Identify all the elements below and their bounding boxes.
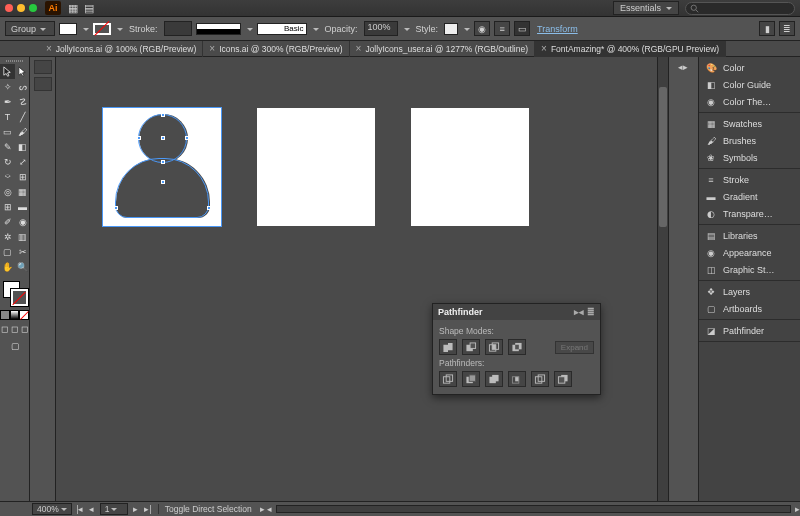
column-graph-tool[interactable]: ▥ (15, 229, 30, 244)
panel-color[interactable]: 🎨Color (699, 59, 800, 76)
canvas[interactable] (56, 57, 657, 501)
minus-front-button[interactable] (462, 339, 480, 355)
opacity-input[interactable]: 100% (364, 21, 398, 36)
stroke-color[interactable] (11, 289, 28, 306)
curvature-tool[interactable]: ☡ (15, 94, 30, 109)
panel-menu2-button[interactable]: ≣ (779, 21, 795, 36)
align-button[interactable]: ≡ (494, 21, 510, 36)
zoom-level[interactable]: 400% (32, 503, 72, 515)
screen-mode[interactable]: ▢ (0, 338, 30, 353)
fill-swatch[interactable] (59, 23, 77, 35)
dock-stub[interactable] (34, 60, 52, 74)
width-tool[interactable]: ⌔ (0, 169, 15, 184)
selection-type[interactable]: Group (5, 21, 55, 36)
panel-grip[interactable] (0, 57, 29, 64)
bridge-icon[interactable]: ▦ (65, 1, 81, 15)
exclude-button[interactable] (508, 339, 526, 355)
document-tab[interactable]: ×JollyIcons.ai @ 100% (RGB/Preview) (40, 41, 203, 57)
slice-tool[interactable]: ✂ (15, 244, 30, 259)
selection-tool[interactable] (0, 64, 15, 79)
stocks-icon[interactable]: ▤ (81, 1, 97, 15)
minus-back-button[interactable] (554, 371, 572, 387)
divide-button[interactable] (439, 371, 457, 387)
scroll-thumb[interactable] (659, 87, 667, 227)
dock-stub[interactable] (34, 77, 52, 91)
panel-graphic-styles[interactable]: ◫Graphic St… (699, 261, 800, 278)
panel-layers[interactable]: ❖Layers (699, 283, 800, 300)
panel-swatches[interactable]: ▦Swatches (699, 115, 800, 132)
draw-behind[interactable]: ◻ (10, 323, 20, 335)
draw-inside[interactable]: ◻ (19, 323, 29, 335)
minimize-window[interactable] (17, 4, 25, 12)
horizontal-scrollbar[interactable] (276, 505, 791, 513)
panel-stroke[interactable]: ≡Stroke (699, 171, 800, 188)
pathfinder-panel[interactable]: Pathfinder ▸◂≣ Shape Modes: Expand Pathf… (432, 303, 601, 395)
first-artboard[interactable]: |◂ (74, 503, 86, 515)
paintbrush-tool[interactable]: 🖌 (15, 124, 30, 139)
document-tab-active[interactable]: ×FontAmazing* @ 400% (RGB/GPU Preview) (535, 41, 726, 57)
hand-tool[interactable]: ✋ (0, 259, 15, 274)
transform-link[interactable]: Transform (537, 24, 578, 34)
direct-selection-tool[interactable] (15, 64, 30, 79)
panel-menu-button[interactable]: ▮ (759, 21, 775, 36)
blend-tool[interactable]: ◉ (15, 214, 30, 229)
color-mode-none[interactable] (19, 310, 29, 320)
collapse-icon[interactable]: ▸◂ (574, 307, 584, 317)
free-transform-tool[interactable]: ⊞ (15, 169, 30, 184)
close-icon[interactable]: × (46, 43, 52, 54)
intersect-button[interactable] (485, 339, 503, 355)
brush-definition[interactable] (257, 23, 307, 35)
artboard-number[interactable]: 1 (100, 503, 128, 515)
eyedropper-tool[interactable]: ✐ (0, 214, 15, 229)
rotate-tool[interactable]: ↻ (0, 154, 15, 169)
variable-width-profile[interactable] (196, 23, 241, 35)
document-tab[interactable]: ×JollyIcons_user.ai @ 1277% (RGB/Outline… (350, 41, 536, 57)
menu-icon[interactable]: ≣ (587, 307, 595, 317)
vertical-scrollbar[interactable] (657, 57, 668, 501)
draw-normal[interactable]: ◻ (0, 323, 10, 335)
scale-tool[interactable]: ⤢ (15, 154, 30, 169)
zoom-window[interactable] (29, 4, 37, 12)
close-icon[interactable]: × (356, 43, 362, 54)
gradient-tool[interactable]: ▬ (15, 199, 30, 214)
stroke-weight-input[interactable] (164, 21, 192, 36)
eraser-tool[interactable]: ◧ (15, 139, 30, 154)
pen-tool[interactable]: ✒ (0, 94, 15, 109)
artboard-tool[interactable]: ▢ (0, 244, 15, 259)
rectangle-tool[interactable]: ▭ (0, 124, 15, 139)
panel-color-themes[interactable]: ◉Color The… (699, 93, 800, 110)
expand-panels-icon[interactable]: ◂▸ (678, 62, 690, 72)
search-input[interactable] (685, 2, 795, 15)
next-artboard[interactable]: ▸ (130, 503, 142, 515)
fill-stroke-control[interactable] (0, 278, 30, 308)
mesh-tool[interactable]: ⊞ (0, 199, 15, 214)
document-tab[interactable]: ×Icons.ai @ 300% (RGB/Preview) (203, 41, 349, 57)
panel-transparency[interactable]: ◐Transpare… (699, 205, 800, 222)
merge-button[interactable] (485, 371, 503, 387)
panel-artboards[interactable]: ▢Artboards (699, 300, 800, 317)
outline-button[interactable] (531, 371, 549, 387)
unite-button[interactable] (439, 339, 457, 355)
color-mode-gradient[interactable] (10, 310, 20, 320)
line-segment-tool[interactable]: ╱ (15, 109, 30, 124)
stroke-swatch[interactable] (93, 23, 111, 35)
close-window[interactable] (5, 4, 13, 12)
pathfinder-titlebar[interactable]: Pathfinder ▸◂≣ (433, 304, 600, 320)
symbol-sprayer-tool[interactable]: ✲ (0, 229, 15, 244)
type-tool[interactable]: T (0, 109, 15, 124)
recolor-button[interactable]: ◉ (474, 21, 490, 36)
pencil-tool[interactable]: ✎ (0, 139, 15, 154)
color-mode-normal[interactable] (0, 310, 10, 320)
close-icon[interactable]: × (541, 43, 547, 54)
perspective-grid-tool[interactable]: ▦ (15, 184, 30, 199)
shape-builder-tool[interactable]: ◎ (0, 184, 15, 199)
lasso-tool[interactable]: ᔕ (15, 79, 30, 94)
panel-color-guide[interactable]: ◧Color Guide (699, 76, 800, 93)
magic-wand-tool[interactable]: ✧ (0, 79, 15, 94)
panel-brushes[interactable]: 🖌Brushes (699, 132, 800, 149)
prev-artboard[interactable]: ◂ (86, 503, 98, 515)
workspace-switcher[interactable]: Essentials (613, 1, 679, 15)
graphic-style[interactable] (444, 23, 458, 35)
last-artboard[interactable]: ▸| (142, 503, 154, 515)
panel-pathfinder[interactable]: ◪Pathfinder (699, 322, 800, 339)
